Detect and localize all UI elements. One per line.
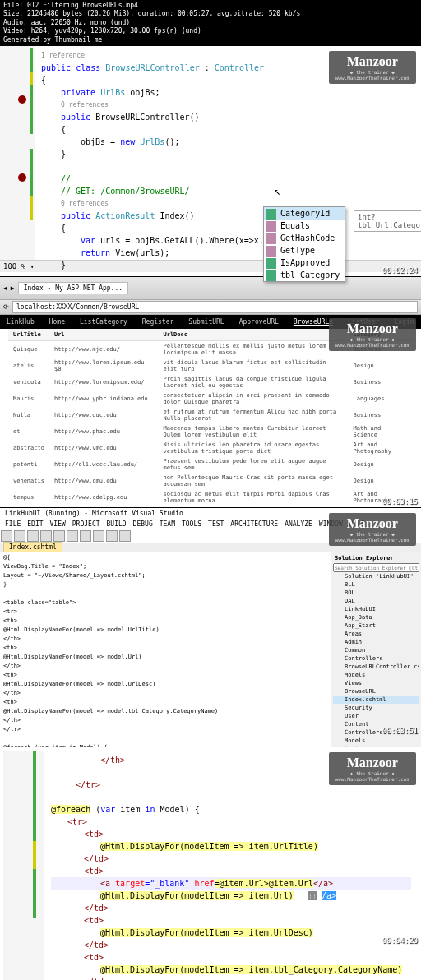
panel-razor-editor: Manzoor ◆ the trainer ◆ www.ManzoorTheTr… — [0, 747, 421, 961]
intellisense-item[interactable]: IsApproved — [264, 257, 345, 269]
table-row: vehiculahttp://www.loremipsum.edu/Proin … — [8, 374, 413, 391]
solution-search[interactable] — [333, 563, 419, 572]
menu-item[interactable]: TEST — [208, 520, 224, 528]
meta-size: Size: 21245486 bytes (20.26 MiB), durati… — [3, 10, 418, 18]
intellisense-popup[interactable]: CategoryId Equals GetHashCode GetType Is… — [263, 206, 345, 282]
video-metadata: File: 012 Filtering BrowseURLs.mp4 Size:… — [0, 0, 421, 46]
table-cell: abstracto — [8, 440, 49, 456]
table-cell: sociosqu ac metus elit turpis Morbi dapi… — [158, 489, 348, 502]
nav-link[interactable]: Home — [49, 318, 65, 326]
table-cell: Business — [349, 374, 414, 391]
table-cell: non Pellentesque Mauris Cras sit porta m… — [158, 473, 348, 489]
solution-item[interactable]: App_Data — [333, 613, 419, 622]
toolbar-button[interactable] — [93, 530, 104, 542]
meta-file: File: 012 Filtering BrowseURLs.mp4 — [3, 2, 418, 10]
toolbar-button[interactable] — [14, 530, 25, 542]
toolbar-button[interactable] — [53, 530, 65, 542]
property-icon — [266, 270, 276, 281]
toolbar-button[interactable] — [40, 530, 52, 542]
nav-link[interactable]: BrowseURLs — [294, 318, 333, 326]
cursor-icon: ↖ — [274, 184, 280, 197]
solution-item[interactable]: BrowseURL — [333, 687, 419, 696]
solution-item[interactable]: Index.cshtml — [333, 696, 419, 704]
browser-tab[interactable]: Index - My ASP.NET App... — [18, 282, 128, 294]
intellisense-item[interactable]: CategoryId — [264, 207, 345, 220]
solution-item[interactable]: LinkHubUI — [333, 605, 419, 613]
smart-tag-icon[interactable]: ⬚ — [308, 891, 317, 900]
editor-gutter — [3, 751, 44, 980]
nav-link[interactable]: SubmitURL — [188, 318, 224, 326]
watermark: Manzoor ◆ the trainer ◆ www.ManzoorTheTr… — [329, 51, 416, 84]
solution-item[interactable]: Common — [333, 646, 419, 654]
table-row: abstractohttp://www.vmc.eduNisis ultrici… — [8, 440, 413, 456]
table-cell: Proin sagittis lacus da congue tristique… — [158, 374, 348, 391]
nav-link[interactable]: LinkHub — [7, 318, 35, 326]
menu-item[interactable]: FILE — [5, 520, 21, 528]
type-hint: int? tbl_Url.Category — [354, 210, 421, 232]
table-cell: Nisis ultricies leo pharetra id orare eg… — [158, 440, 348, 456]
meta-gen: Generated by Thumbnail me — [3, 36, 418, 44]
menu-item[interactable]: TOOLS — [182, 520, 201, 528]
toolbar-button[interactable] — [106, 530, 118, 542]
method-icon — [266, 233, 276, 244]
solution-item[interactable]: Areas — [333, 630, 419, 638]
nav-link[interactable]: ApproveURL — [239, 318, 279, 326]
solution-item[interactable]: App_Start — [333, 622, 419, 630]
nav-link[interactable]: ListCategory — [80, 318, 127, 326]
table-row: venenatishttp://www.cmu.edunon Pellentes… — [8, 473, 413, 489]
solution-item[interactable]: BOL — [333, 589, 419, 597]
intellisense-item[interactable]: GetHashCode — [264, 232, 345, 244]
menu-item[interactable]: VIEW — [50, 520, 66, 528]
intellisense-item[interactable]: tbl_Category — [264, 269, 345, 281]
solution-item[interactable]: Solution 'LinkHubUI' (4 projects) — [333, 572, 419, 580]
menu-item[interactable]: PROJECT — [72, 520, 100, 528]
completion-popup[interactable]: /a> — [322, 891, 336, 900]
solution-item[interactable]: Controllers — [333, 654, 419, 663]
toolbar-button[interactable] — [119, 530, 131, 542]
table-cell: vit dicula lacus blarum fictus est solli… — [158, 358, 348, 374]
solution-item[interactable]: User — [333, 712, 419, 720]
menu-item[interactable]: DEBUG — [133, 520, 153, 528]
watermark: Manzoor ◆ the trainer ◆ www.ManzoorTheTr… — [329, 513, 416, 546]
col-header: UrlTitle — [8, 329, 49, 341]
toolbar-button[interactable] — [80, 530, 91, 542]
intellisense-item[interactable]: Equals — [264, 220, 345, 232]
solution-item[interactable]: Models — [333, 737, 419, 745]
address-bar[interactable]: localhost:XXXX/Common/BrowseURL — [12, 301, 418, 313]
nav-link[interactable]: Register — [142, 318, 174, 326]
toolbar-button[interactable] — [27, 530, 39, 542]
menu-item[interactable]: BUILD — [107, 520, 127, 528]
code-editor[interactable]: @{ ViewBag.Title = "Index"; Layout = "~/… — [0, 552, 331, 765]
solution-item[interactable]: Admin — [333, 638, 419, 646]
table-cell: consectetuer alipcin in orci praesent in… — [158, 391, 348, 407]
intellisense-item[interactable]: GetType — [264, 244, 345, 257]
reload-icon[interactable]: ⟳ — [3, 303, 9, 311]
menu-item[interactable]: ANALYZE — [285, 520, 312, 528]
table-cell: Quisque — [8, 340, 49, 358]
toolbar-button[interactable] — [67, 530, 78, 542]
table-cell: Art and Photography — [349, 440, 414, 456]
table-row: Maurishttp://www.yphr.indiana.educonsect… — [8, 391, 413, 407]
breakpoint-icon[interactable] — [18, 173, 26, 182]
solution-item[interactable]: BrowseURLController.cs — [333, 663, 419, 671]
solution-item[interactable]: Models — [333, 671, 419, 679]
back-icon[interactable]: ◀ — [3, 284, 7, 292]
panel-csharp-editor: Manzoor ◆ the trainer ◆ www.ManzoorTheTr… — [0, 46, 421, 276]
forward-icon[interactable]: ▶ — [11, 284, 15, 292]
table-row: tempushttp://www.cdelpg.edusociosqu ac m… — [8, 489, 413, 502]
breakpoint-icon[interactable] — [18, 95, 26, 104]
table-cell: http://www.phac.edu — [49, 423, 159, 440]
solution-item[interactable]: DAL — [333, 597, 419, 605]
menu-item[interactable]: ARCHITECTURE — [230, 520, 278, 528]
method-icon — [266, 221, 276, 232]
col-header: Url — [49, 329, 159, 341]
menu-item[interactable]: TEAM — [160, 520, 175, 528]
solution-item[interactable]: Security — [333, 704, 419, 712]
timestamp: 00:02:24 — [382, 266, 418, 275]
toolbar-button[interactable] — [1, 530, 12, 542]
method-icon — [266, 246, 276, 257]
table-cell: Math and Science — [349, 423, 414, 440]
solution-item[interactable]: Views — [333, 679, 419, 687]
menu-item[interactable]: EDIT — [27, 520, 43, 528]
solution-item[interactable]: BLL — [333, 580, 419, 589]
